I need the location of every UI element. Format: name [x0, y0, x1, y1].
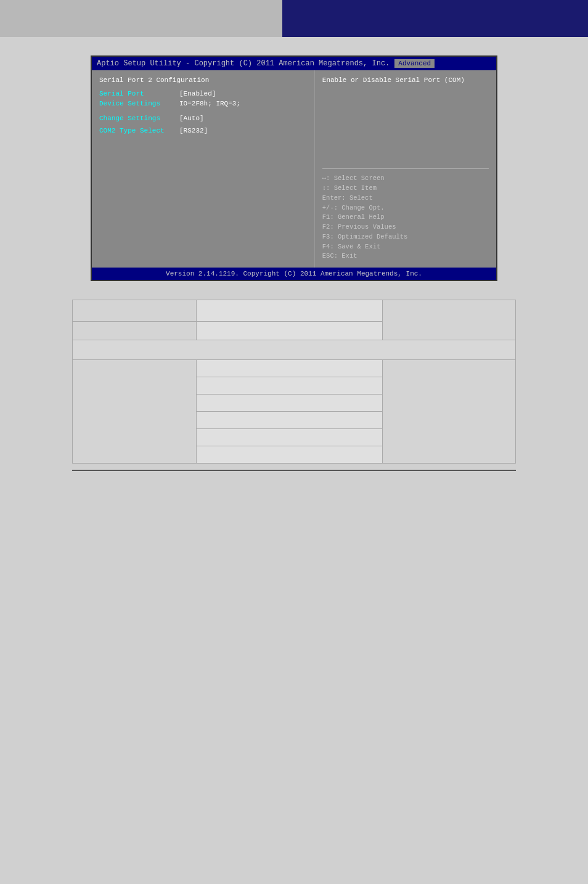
bios-main: Serial Port 2 Configuration Serial Port …	[92, 70, 496, 268]
table-cell-mid-6	[197, 446, 383, 464]
header-right	[282, 0, 588, 37]
table-cell-merged	[73, 340, 516, 360]
key-select-item: ↕: Select Item	[322, 184, 489, 194]
key-enter: Enter: Select	[322, 194, 489, 203]
table-cell-top-3	[383, 300, 516, 340]
bios-section-title: Serial Port 2 Configuration	[99, 76, 307, 84]
bios-row-change-settings[interactable]: Change Settings [Auto]	[99, 115, 307, 122]
header-left	[0, 0, 282, 37]
bios-label-com2-type: COM2 Type Select	[99, 127, 179, 134]
table-cell-top-2	[197, 300, 383, 322]
bios-row-device-settings[interactable]: Device Settings IO=2F8h; IRQ=3;	[99, 100, 307, 107]
table-row-merged	[73, 340, 516, 360]
table-cell-mid-3	[197, 395, 383, 412]
bios-value-change-settings: [Auto]	[179, 115, 204, 122]
bios-help-text: Enable or Disable Serial Port (COM)	[322, 76, 489, 84]
bios-label-change-settings: Change Settings	[99, 115, 179, 122]
bios-label-device-settings: Device Settings	[99, 100, 179, 107]
key-f1: F1: General Help	[322, 213, 489, 223]
bios-tab[interactable]: Advanced	[394, 59, 435, 68]
header-bar	[0, 0, 588, 37]
bios-screenshot: Aptio Setup Utility - Copyright (C) 2011…	[91, 55, 497, 281]
table-cell-top-4	[73, 322, 197, 340]
bios-row-serial-port[interactable]: Serial Port [Enabled]	[99, 90, 307, 97]
table-cell-mid-1	[197, 360, 383, 377]
bios-value-serial-port: [Enabled]	[179, 90, 216, 97]
key-change-opt: +/-: Change Opt.	[322, 203, 489, 213]
table-cell-top-5	[197, 322, 383, 340]
table-row	[73, 300, 516, 322]
table-cell-mid-4	[197, 412, 383, 429]
key-f4: F4: Save & Exit	[322, 242, 489, 252]
key-esc: ESC: Exit	[322, 252, 489, 261]
table-section	[72, 300, 516, 471]
table-cell-mid-2	[197, 377, 383, 395]
key-f2: F2: Previous Values	[322, 223, 489, 232]
bios-left-panel: Serial Port 2 Configuration Serial Port …	[92, 70, 314, 268]
table-cell-right-main	[383, 360, 516, 464]
bios-title: Aptio Setup Utility - Copyright (C) 2011…	[97, 59, 390, 68]
bios-keys: ↔: Select Screen ↕: Select Item Enter: S…	[322, 174, 489, 261]
table-cell-mid-5	[197, 429, 383, 446]
key-f3: F3: Optimized Defaults	[322, 232, 489, 242]
table-cell-left-main	[73, 360, 197, 464]
bios-footer: Version 2.14.1219. Copyright (C) 2011 Am…	[92, 268, 496, 280]
bios-value-com2-type: [RS232]	[179, 127, 208, 134]
bios-row-com2-type[interactable]: COM2 Type Select [RS232]	[99, 127, 307, 134]
key-select-screen: ↔: Select Screen	[322, 174, 489, 184]
bios-divider	[322, 168, 489, 169]
bios-titlebar: Aptio Setup Utility - Copyright (C) 2011…	[92, 57, 496, 70]
outer-table	[72, 300, 516, 464]
bios-right-panel: Enable or Disable Serial Port (COM) ↔: S…	[314, 70, 496, 268]
table-cell-top-1	[73, 300, 197, 322]
bios-label-serial-port: Serial Port	[99, 90, 179, 97]
bios-value-device-settings: IO=2F8h; IRQ=3;	[179, 100, 240, 107]
table-row-inner-container	[73, 360, 516, 377]
bottom-rule	[72, 470, 516, 471]
